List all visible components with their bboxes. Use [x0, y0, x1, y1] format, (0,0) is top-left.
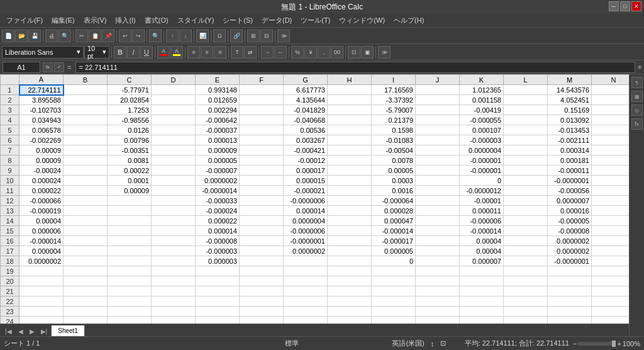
- cell-G14[interactable]: 0.0000004: [284, 216, 328, 226]
- cell-D18[interactable]: [152, 256, 196, 266]
- cell-A19[interactable]: [19, 266, 64, 276]
- cell-N13[interactable]: [592, 206, 630, 216]
- cell-B6[interactable]: [64, 135, 108, 145]
- cell-J14[interactable]: [416, 216, 460, 226]
- sidebar-functions-icon[interactable]: fx: [631, 118, 643, 130]
- col-header-b[interactable]: B: [64, 75, 108, 85]
- cell-I3[interactable]: -5.79007: [372, 105, 416, 115]
- cell-M22[interactable]: [548, 296, 592, 307]
- cell-K18[interactable]: 0.000007: [460, 256, 504, 266]
- cell-B14[interactable]: [64, 216, 108, 226]
- cell-I22[interactable]: [372, 296, 416, 307]
- cell-B15[interactable]: [64, 226, 108, 236]
- cell-K7[interactable]: 0.0000004: [460, 145, 504, 155]
- cell-E16[interactable]: -0.000008: [196, 236, 240, 246]
- cell-D16[interactable]: [152, 236, 196, 246]
- cell-F7[interactable]: [240, 145, 284, 155]
- cell-D22[interactable]: [152, 296, 196, 307]
- cell-L10[interactable]: [504, 176, 548, 186]
- cell-G3[interactable]: -0.041829: [284, 105, 328, 115]
- cell-F8[interactable]: [240, 155, 284, 166]
- cell-B7[interactable]: [64, 145, 108, 155]
- cell-C15[interactable]: [108, 226, 152, 236]
- align-left-button[interactable]: ≡: [187, 46, 200, 59]
- cell-A3[interactable]: -0.102703: [19, 105, 64, 115]
- cell-C12[interactable]: [108, 196, 152, 206]
- sidebar-gallery-icon[interactable]: ▦: [631, 91, 643, 102]
- cell-H12[interactable]: [328, 196, 372, 206]
- zoom-increase-button[interactable]: +: [617, 340, 621, 347]
- cell-A5[interactable]: 0.006578: [19, 125, 64, 135]
- cell-H1[interactable]: [328, 85, 372, 95]
- cell-D8[interactable]: [152, 155, 196, 166]
- cell-B9[interactable]: [64, 166, 108, 176]
- cell-F1[interactable]: [240, 85, 284, 95]
- cell-N5[interactable]: [592, 125, 630, 135]
- menu-item-o[interactable]: 書式(O): [141, 14, 172, 26]
- cell-I24[interactable]: [372, 317, 416, 324]
- sheet-tab-sheet1[interactable]: Sheet1: [51, 325, 85, 336]
- cell-M8[interactable]: 0.000181: [548, 155, 592, 166]
- cell-F23[interactable]: [240, 307, 284, 317]
- cell-K2[interactable]: 0.001158: [460, 95, 504, 105]
- cell-I15[interactable]: -0.000014: [372, 226, 416, 236]
- cell-A20[interactable]: [19, 276, 64, 286]
- cell-C8[interactable]: 0.0081: [108, 155, 152, 166]
- menu-item-h[interactable]: ヘルプ(H): [390, 14, 428, 26]
- cell-D14[interactable]: [152, 216, 196, 226]
- cell-C13[interactable]: [108, 206, 152, 216]
- cell-L16[interactable]: [504, 236, 548, 246]
- cell-G20[interactable]: [284, 276, 328, 286]
- cell-H6[interactable]: [328, 135, 372, 145]
- cell-K16[interactable]: 0.00004: [460, 236, 504, 246]
- find-button[interactable]: 🔍: [149, 30, 162, 42]
- cell-D19[interactable]: [152, 266, 196, 276]
- cell-M17[interactable]: 0.0000002: [548, 246, 592, 256]
- row-number-22[interactable]: 22: [1, 296, 19, 307]
- cell-C14[interactable]: [108, 216, 152, 226]
- cell-L3[interactable]: [504, 105, 548, 115]
- cell-C1[interactable]: -5.77971: [108, 85, 152, 95]
- cell-J2[interactable]: [416, 95, 460, 105]
- row-number-24[interactable]: 24: [1, 317, 19, 324]
- cell-G19[interactable]: [284, 266, 328, 276]
- cell-E1[interactable]: 0.993148: [196, 85, 240, 95]
- col-header-i[interactable]: I: [372, 75, 416, 85]
- currency-format-button[interactable]: ¥: [304, 46, 317, 59]
- zoom-slider[interactable]: [578, 342, 616, 346]
- cell-N19[interactable]: [592, 266, 630, 276]
- cell-C7[interactable]: -0.00351: [108, 145, 152, 155]
- tab-nav-last[interactable]: ▶|: [38, 327, 50, 336]
- cell-D9[interactable]: [152, 166, 196, 176]
- cell-I13[interactable]: 0.000028: [372, 206, 416, 216]
- cell-L24[interactable]: [504, 317, 548, 324]
- cell-K21[interactable]: [460, 286, 504, 296]
- cell-M2[interactable]: 4.052451: [548, 95, 592, 105]
- cell-K9[interactable]: -0.000001: [460, 166, 504, 176]
- cell-G10[interactable]: 0.000015: [284, 176, 328, 186]
- cell-J10[interactable]: [416, 176, 460, 186]
- cell-N10[interactable]: [592, 176, 630, 186]
- cell-M4[interactable]: 0.013092: [548, 115, 592, 125]
- hyperlink-button[interactable]: 🔗: [230, 30, 243, 42]
- cell-A13[interactable]: -0.000019: [19, 206, 64, 216]
- cell-F10[interactable]: [240, 176, 284, 186]
- cell-B12[interactable]: [64, 196, 108, 206]
- col-header-f[interactable]: F: [240, 75, 284, 85]
- cell-F2[interactable]: [240, 95, 284, 105]
- sort-desc-button[interactable]: ↓: [179, 30, 192, 42]
- row-number-14[interactable]: 14: [1, 216, 19, 226]
- cell-L7[interactable]: [504, 145, 548, 155]
- cell-D11[interactable]: [152, 186, 196, 196]
- cell-D13[interactable]: [152, 206, 196, 216]
- cell-N4[interactable]: [592, 115, 630, 125]
- zoom-decrease-button[interactable]: −: [573, 340, 577, 347]
- col-header-n[interactable]: N: [592, 75, 630, 85]
- tab-nav-prev[interactable]: ◀: [16, 327, 26, 336]
- cell-B16[interactable]: [64, 236, 108, 246]
- cell-G24[interactable]: [284, 317, 328, 324]
- cell-F3[interactable]: [240, 105, 284, 115]
- cut-button[interactable]: ✂: [75, 30, 88, 42]
- cell-K1[interactable]: 1.012365: [460, 85, 504, 95]
- cell-E19[interactable]: [196, 266, 240, 276]
